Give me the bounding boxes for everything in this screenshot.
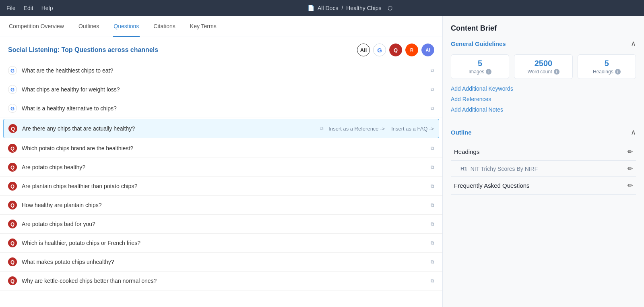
external-link-icon[interactable]: ⧉ bbox=[431, 106, 434, 111]
question-text: Which is healthier, potato chips or Fren… bbox=[22, 240, 424, 246]
question-item-selected[interactable]: Q Are there any chips that are actually … bbox=[3, 119, 439, 138]
add-notes-link[interactable]: Add Additional Notes bbox=[451, 106, 636, 113]
metric-wordcount: 2500 Word count i bbox=[514, 54, 572, 79]
question-text: What makes potato chips unhealthy? bbox=[22, 259, 424, 265]
question-item[interactable]: Q Why are kettle-cooked chips better tha… bbox=[0, 272, 442, 290]
edit-headings-icon[interactable]: ✏ bbox=[627, 148, 633, 156]
external-link-icon[interactable]: ⧉ bbox=[431, 87, 434, 92]
breadcrumb-doc: Healthy Chips bbox=[346, 5, 381, 11]
wordcount-info-icon[interactable]: i bbox=[554, 69, 559, 75]
outline-headings-item: Headings ✏ bbox=[451, 143, 636, 161]
filter-all[interactable]: All bbox=[357, 44, 370, 56]
share-icon[interactable]: ⬡ bbox=[388, 5, 392, 11]
question-item[interactable]: Q What makes potato chips unhealthy? ⧉ bbox=[0, 253, 442, 272]
content-brief-title: Content Brief bbox=[451, 24, 636, 33]
external-link-icon[interactable]: ⧉ bbox=[431, 202, 434, 208]
external-link-icon[interactable]: ⧉ bbox=[320, 126, 324, 131]
add-keywords-link[interactable]: Add Additional Keywords bbox=[451, 85, 636, 92]
file-menu[interactable]: File bbox=[6, 5, 16, 11]
question-text: Why are kettle-cooked chips better than … bbox=[22, 278, 424, 284]
nav-tabs: Competition Overview Outlines Questions … bbox=[0, 16, 442, 37]
metric-images: 5 Images i bbox=[451, 54, 509, 79]
questions-list: G What are the healthiest chips to eat? … bbox=[0, 60, 442, 307]
general-guidelines-section: General Guidelines ∧ 5 Images i 2500 Wor… bbox=[451, 39, 636, 113]
tab-competition-overview[interactable]: Competition Overview bbox=[8, 16, 65, 37]
question-text: How healthy are plantain chips? bbox=[22, 202, 424, 208]
tab-outlines[interactable]: Outlines bbox=[78, 16, 100, 37]
source-quora-icon: Q bbox=[8, 276, 17, 285]
external-link-icon[interactable]: ⧉ bbox=[431, 221, 434, 227]
source-google-icon: G bbox=[8, 85, 17, 94]
question-item[interactable]: Q Which potato chips brand are the healt… bbox=[0, 139, 442, 158]
tab-key-terms[interactable]: Key Terms bbox=[189, 16, 217, 37]
question-item[interactable]: Q Are plantain chips healthier than pota… bbox=[0, 177, 442, 196]
main-layout: Competition Overview Outlines Questions … bbox=[0, 16, 644, 307]
tab-questions[interactable]: Questions bbox=[113, 16, 140, 37]
filter-reddit[interactable]: R bbox=[405, 44, 418, 56]
h1-badge: H1 bbox=[460, 166, 467, 172]
outline-title: Outline bbox=[451, 129, 472, 136]
filter-ai[interactable]: AI bbox=[421, 44, 434, 56]
question-item[interactable]: Q Are potato chips healthy? ⧉ bbox=[0, 158, 442, 177]
outline-h1-item: H1 NIT Trichy Scores By NIRF ✏ bbox=[451, 161, 636, 177]
headings-value: 5 bbox=[583, 59, 631, 68]
source-quora-icon: Q bbox=[8, 182, 17, 191]
source-google-icon: G bbox=[8, 104, 17, 113]
question-item[interactable]: Q How healthy are plantain chips? ⧉ bbox=[0, 196, 442, 215]
filter-quora[interactable]: Q bbox=[389, 44, 402, 56]
questions-title: Social Listening: Top Questions across c… bbox=[8, 46, 158, 54]
breadcrumb-alldocs[interactable]: All Docs bbox=[318, 5, 338, 11]
external-link-icon[interactable]: ⧉ bbox=[431, 259, 434, 265]
question-text: Are potato chips healthy? bbox=[22, 164, 424, 170]
guidelines-metrics: 5 Images i 2500 Word count i 5 bbox=[451, 54, 636, 79]
outline-faq-label: Frequently Asked Questions bbox=[454, 182, 530, 189]
breadcrumb-separator: / bbox=[341, 5, 343, 11]
filter-buttons: All G Q R AI bbox=[357, 44, 434, 56]
question-item[interactable]: G What are the healthiest chips to eat? … bbox=[0, 61, 442, 80]
question-text: Which potato chips brand are the healthi… bbox=[22, 145, 424, 151]
breadcrumb: 📄 All Docs / Healthy Chips ⬡ bbox=[62, 5, 638, 11]
question-item[interactable]: Q Are potato chips bad for you? ⧉ bbox=[0, 215, 442, 234]
question-item[interactable]: G What is a healthy alternative to chips… bbox=[0, 99, 442, 118]
doc-icon: 📄 bbox=[308, 5, 314, 11]
external-link-icon[interactable]: ⧉ bbox=[431, 278, 434, 284]
edit-faq-icon[interactable]: ✏ bbox=[627, 182, 633, 189]
add-references-link[interactable]: Add References bbox=[451, 96, 636, 102]
edit-h1-icon[interactable]: ✏ bbox=[627, 165, 633, 172]
source-quora-icon: Q bbox=[8, 124, 17, 133]
source-quora-icon: Q bbox=[8, 144, 17, 153]
question-text: What is a healthy alternative to chips? bbox=[22, 105, 424, 112]
external-link-icon[interactable]: ⧉ bbox=[431, 240, 434, 246]
filter-google[interactable]: G bbox=[373, 44, 386, 56]
question-text: Are there any chips that are actually he… bbox=[22, 125, 314, 132]
question-item[interactable]: Q Which is healthier, potato chips or Fr… bbox=[0, 234, 442, 253]
metric-headings: 5 Headings i bbox=[578, 54, 636, 79]
external-link-icon[interactable]: ⧉ bbox=[431, 145, 434, 151]
questions-header: Social Listening: Top Questions across c… bbox=[0, 37, 442, 60]
source-quora-icon: Q bbox=[8, 163, 17, 172]
images-value: 5 bbox=[456, 59, 504, 68]
insert-as-reference-btn[interactable]: Insert as a Reference -> bbox=[328, 126, 385, 132]
source-quora-icon: Q bbox=[8, 220, 17, 228]
outline-headings-label: Headings bbox=[454, 148, 479, 155]
source-quora-icon: Q bbox=[8, 239, 17, 247]
question-item[interactable]: G What chips are healthy for weight loss… bbox=[0, 80, 442, 99]
edit-menu[interactable]: Edit bbox=[24, 5, 33, 11]
collapse-outline-btn[interactable]: ∧ bbox=[631, 128, 636, 137]
outline-header: Outline ∧ bbox=[451, 128, 636, 137]
question-actions: Insert as a Reference -> Insert as a FAQ… bbox=[328, 126, 434, 132]
collapse-general-guidelines-btn[interactable]: ∧ bbox=[631, 39, 636, 48]
external-link-icon[interactable]: ⧉ bbox=[431, 68, 434, 73]
question-text: What chips are healthy for weight loss? bbox=[22, 86, 424, 93]
images-info-icon[interactable]: i bbox=[486, 69, 491, 75]
general-guidelines-header: General Guidelines ∧ bbox=[451, 39, 636, 48]
tab-citations[interactable]: Citations bbox=[153, 16, 176, 37]
outline-h1-text: NIT Trichy Scores By NIRF bbox=[471, 166, 627, 172]
source-quora-icon: Q bbox=[8, 257, 17, 266]
external-link-icon[interactable]: ⧉ bbox=[431, 164, 434, 170]
insert-as-faq-btn[interactable]: Insert as a FAQ -> bbox=[391, 126, 434, 132]
external-link-icon[interactable]: ⧉ bbox=[431, 183, 434, 189]
help-menu[interactable]: Help bbox=[41, 5, 53, 11]
source-quora-icon: Q bbox=[8, 201, 17, 210]
headings-info-icon[interactable]: i bbox=[615, 69, 621, 75]
